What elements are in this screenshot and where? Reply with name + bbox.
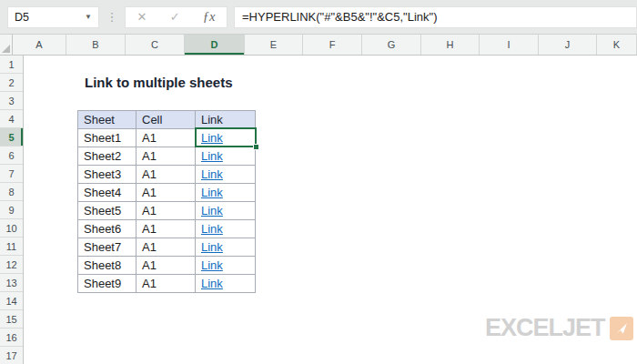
formula-input[interactable]: =HYPERLINK("#"&B5&"!"&C5,"Link") xyxy=(234,6,637,28)
cell-ref-cell[interactable]: A1 xyxy=(136,129,196,147)
column-header-row: A B C D E F G H I J K xyxy=(0,35,637,56)
hyperlink-cell[interactable]: Link xyxy=(196,184,256,202)
sheet-name-cell[interactable]: Sheet6 xyxy=(78,220,136,238)
hyperlink-cell[interactable]: Link xyxy=(196,147,256,166)
row-header[interactable]: 10 xyxy=(0,219,23,238)
cell-ref-cell[interactable]: A1 xyxy=(136,238,196,257)
table-row: Sheet8 A1 Link xyxy=(78,257,256,275)
hyperlink-cell[interactable]: Link xyxy=(196,220,256,238)
row-header[interactable]: 8 xyxy=(0,183,23,201)
table-row: Sheet7 A1 Link xyxy=(78,238,256,257)
hyperlink-cell[interactable]: Link xyxy=(196,129,256,147)
exceljet-logo-arrow-icon xyxy=(610,317,633,340)
column-header[interactable]: H xyxy=(421,35,480,55)
row-header[interactable]: 6 xyxy=(0,147,23,165)
table-row: Sheet9 A1 Link xyxy=(78,275,256,293)
table-row: Sheet1 A1 Link xyxy=(78,129,256,147)
column-header[interactable]: K xyxy=(597,35,637,55)
cell-ref-cell[interactable]: A1 xyxy=(136,166,196,184)
name-box-value: D5 xyxy=(15,11,29,24)
column-header[interactable]: D xyxy=(185,35,245,55)
name-box[interactable]: D5 ▼ xyxy=(7,6,99,28)
sheet-name-cell[interactable]: Sheet5 xyxy=(78,202,136,220)
excel-window: D5 ▼ ⋮ ✕ ✓ ƒx =HYPERLINK("#"&B5&"!"&C5,"… xyxy=(0,0,637,364)
hyperlink-cell[interactable]: Link xyxy=(196,275,256,293)
select-all-triangle-icon xyxy=(2,45,10,53)
row-headers: 1 2 3 4 5 6 7 8 9 10 11 12 xyxy=(0,56,24,364)
table-header-cell[interactable]: Cell xyxy=(136,111,196,129)
column-header[interactable]: A xyxy=(13,35,66,55)
row-header[interactable]: 3 xyxy=(0,92,23,110)
table-row: Sheet3 A1 Link xyxy=(78,166,256,184)
column-header[interactable]: E xyxy=(245,35,303,55)
exceljet-logo: EXCELJET xyxy=(485,314,633,342)
cell-ref-cell[interactable]: A1 xyxy=(136,184,196,202)
insert-function-icon[interactable]: ƒx xyxy=(203,9,216,25)
table-row: Sheet4 A1 Link xyxy=(78,184,256,202)
row-header[interactable]: 2 xyxy=(0,74,23,92)
table-body: Sheet1 A1 Link Sheet2 A1 Link Sheet3 xyxy=(78,129,256,293)
sheet-name-cell[interactable]: Sheet2 xyxy=(78,147,136,166)
hyperlink-cell[interactable]: Link xyxy=(196,166,256,184)
row-header[interactable]: 5 xyxy=(0,128,23,147)
row-header[interactable]: 17 xyxy=(0,347,23,364)
table-header-row: Sheet Cell Link xyxy=(78,111,256,129)
hyperlink-cell[interactable]: Link xyxy=(196,238,256,257)
column-header[interactable]: C xyxy=(126,35,185,55)
cell-ref-cell[interactable]: A1 xyxy=(136,220,196,238)
column-header[interactable]: F xyxy=(303,35,362,55)
column-header[interactable]: B xyxy=(66,35,126,55)
exceljet-logo-text: EXCELJET xyxy=(485,314,605,342)
column-header[interactable]: I xyxy=(480,35,539,55)
table-row: Sheet6 A1 Link xyxy=(78,220,256,238)
column-header[interactable]: J xyxy=(539,35,597,55)
row-header[interactable]: 1 xyxy=(0,56,23,74)
column-header[interactable]: G xyxy=(362,35,421,55)
row-header[interactable]: 9 xyxy=(0,201,23,219)
table-row: Sheet2 A1 Link xyxy=(78,147,256,166)
worksheet-title[interactable]: Link to multiple sheets xyxy=(85,74,233,92)
sheet-name-cell[interactable]: Sheet1 xyxy=(78,129,136,147)
sheet-name-cell[interactable]: Sheet8 xyxy=(78,257,136,275)
row-header[interactable]: 4 xyxy=(0,110,23,128)
enter-icon[interactable]: ✓ xyxy=(170,10,180,24)
row-header[interactable]: 16 xyxy=(0,329,23,347)
cell-ref-cell[interactable]: A1 xyxy=(136,257,196,275)
cell-ref-cell[interactable]: A1 xyxy=(136,147,196,166)
hyperlink-cell[interactable]: Link xyxy=(196,257,256,275)
data-table: Sheet Cell Link Sheet1 A1 Link xyxy=(77,110,256,293)
row-header[interactable]: 7 xyxy=(0,165,23,183)
hyperlink-cell[interactable]: Link xyxy=(196,202,256,220)
formula-bar: D5 ▼ ⋮ ✕ ✓ ƒx =HYPERLINK("#"&B5&"!"&C5,"… xyxy=(0,0,637,35)
row-header[interactable]: 14 xyxy=(0,292,23,310)
formula-text: =HYPERLINK("#"&B5&"!"&C5,"Link") xyxy=(242,10,437,24)
formula-bar-handle-icon: ⋮ xyxy=(99,10,125,24)
column-headers: A B C D E F G H I J K xyxy=(13,35,637,55)
sheet-name-cell[interactable]: Sheet7 xyxy=(78,238,136,257)
row-header[interactable]: 13 xyxy=(0,274,23,292)
table-row: Sheet5 A1 Link xyxy=(78,202,256,220)
cancel-icon[interactable]: ✕ xyxy=(137,10,147,24)
sheet-grid[interactable]: Link to multiple sheets Sheet Cell Link xyxy=(24,56,637,364)
sheet-body: 1 2 3 4 5 6 7 8 9 10 11 12 xyxy=(0,56,637,364)
row-header[interactable]: 11 xyxy=(0,238,23,256)
name-box-dropdown-icon[interactable]: ▼ xyxy=(85,13,92,21)
cell-ref-cell[interactable]: A1 xyxy=(136,202,196,220)
row-header[interactable]: 12 xyxy=(0,256,23,274)
table-header-cell[interactable]: Link xyxy=(196,111,256,129)
cell-ref-cell[interactable]: A1 xyxy=(136,275,196,293)
fill-handle[interactable] xyxy=(253,144,259,150)
table-header-cell[interactable]: Sheet xyxy=(78,111,136,129)
sheet-name-cell[interactable]: Sheet9 xyxy=(78,275,136,293)
formula-bar-buttons: ✕ ✓ ƒx xyxy=(125,6,228,28)
sheet-name-cell[interactable]: Sheet3 xyxy=(78,166,136,184)
select-all-corner[interactable] xyxy=(0,35,13,55)
row-header[interactable]: 15 xyxy=(0,310,23,329)
sheet-name-cell[interactable]: Sheet4 xyxy=(78,184,136,202)
